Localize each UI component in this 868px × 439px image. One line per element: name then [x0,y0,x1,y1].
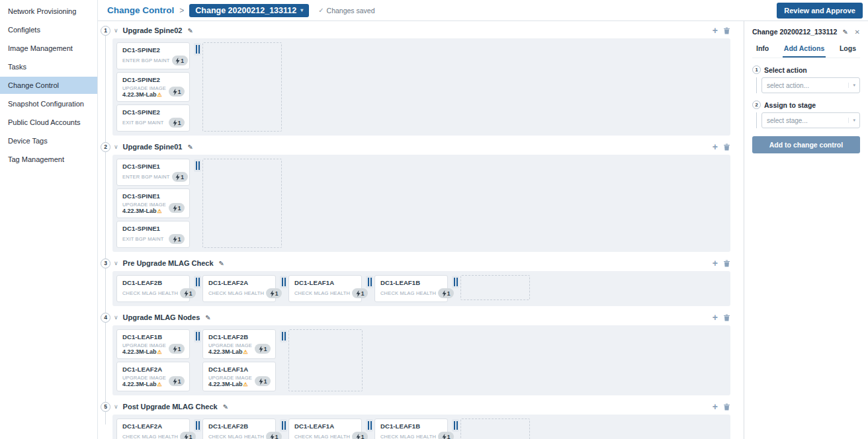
sidebar-item-snapshot-configuration[interactable]: Snapshot Configuration [0,95,97,112]
sidebar-item-tasks[interactable]: Tasks [0,58,97,75]
drop-zone[interactable] [288,329,363,391]
action-type-label: CHECK MLAG HEALTH [208,434,264,439]
task-count: 1 [189,434,193,439]
step-label: Select action [764,66,807,74]
drag-handle[interactable] [280,330,287,342]
delete-stage-icon[interactable] [723,403,730,411]
action-card[interactable]: DC1-SPINE1ENTER BGP MAINT1 [116,159,190,186]
sidebar-item-change-control[interactable]: Change Control [0,77,97,94]
sidebar-item-image-management[interactable]: Image Management [0,40,97,57]
delete-stage-icon[interactable] [723,143,730,151]
action-card[interactable]: DC1-SPINE2ENTER BGP MAINT1 [116,42,190,69]
stage-header: 5∨Post Upgrade MLAG Check✎+ [98,401,730,413]
collapse-chevron-icon[interactable]: ∨ [114,403,118,410]
collapse-chevron-icon[interactable]: ∨ [114,260,118,266]
sidebar-item-tag-management[interactable]: Tag Management [0,151,97,168]
card-detail-text: UPGRADE IMAGE4.22.3M-Lab⚠ [122,342,166,355]
task-count: 1 [264,346,267,352]
tab-add-actions[interactable]: Add Actions [783,42,826,58]
delete-stage-icon[interactable] [723,313,730,321]
edit-stage-icon[interactable]: ✎ [223,403,228,411]
collapse-chevron-icon[interactable]: ∨ [114,27,118,34]
action-card[interactable]: DC1-LEAF2BUPGRADE IMAGE4.22.3M-Lab⚠1 [202,329,276,359]
action-card[interactable]: DC1-SPINE1EXIT BGP MAINT1 [116,221,190,248]
drag-handle[interactable] [194,419,201,432]
edit-stage-icon[interactable]: ✎ [187,143,193,151]
action-card[interactable]: DC1-LEAF2BCHECK MLAG HEALTH1 [202,419,276,439]
add-stage-icon[interactable]: + [713,402,718,411]
action-card[interactable]: DC1-LEAF1BCHECK MLAG HEALTH1 [374,419,448,439]
select-action-dropdown[interactable]: select action... ▾ [761,77,860,93]
add-stage-icon[interactable]: + [713,259,718,268]
drag-handle[interactable] [194,276,201,288]
action-card[interactable]: DC1-LEAF1AUPGRADE IMAGE4.22.3M-Lab⚠1 [202,362,276,391]
tab-info[interactable]: Info [755,42,770,58]
delete-stage-icon[interactable] [723,26,730,34]
action-card[interactable]: DC1-SPINE2EXIT BGP MAINT1 [116,104,190,132]
card-detail-text: CHECK MLAG HEALTH [294,434,350,439]
drop-zone[interactable] [460,419,530,439]
drag-handle[interactable] [280,419,287,432]
action-card[interactable]: DC1-LEAF2AUPGRADE IMAGE4.22.3M-Lab⚠1 [116,362,190,391]
tab-logs[interactable]: Logs [838,42,857,58]
action-card[interactable]: DC1-SPINE2UPGRADE IMAGE4.22.3M-Lab⚠1 [116,72,190,102]
add-stage-icon[interactable]: + [713,313,718,322]
sidebar-item-public-cloud-accounts[interactable]: Public Cloud Accounts [0,114,97,131]
edit-stage-icon[interactable]: ✎ [219,260,224,267]
edit-stage-icon[interactable]: ✎ [187,27,193,34]
add-to-change-control-button[interactable]: Add to change control [752,136,860,153]
add-stage-icon[interactable]: + [713,142,718,151]
collapse-chevron-icon[interactable]: ∨ [114,143,118,150]
breadcrumb-change-control[interactable]: Change Control [107,5,174,15]
action-card[interactable]: DC1-LEAF1BUPGRADE IMAGE4.22.3M-Lab⚠1 [116,329,190,359]
add-stage-icon[interactable]: + [713,26,718,35]
action-card[interactable]: DC1-SPINE1UPGRADE IMAGE4.22.3M-Lab⚠1 [116,188,190,218]
drag-handle[interactable] [452,276,459,288]
step-header: 1 Select action [752,65,860,74]
stage-drop-area: DC1-LEAF2ACHECK MLAG HEALTH1DC1-LEAF2BCH… [112,415,730,439]
select-stage-dropdown[interactable]: select stage... ▾ [761,112,860,128]
drag-handle[interactable] [366,419,373,432]
device-name: DC1-LEAF1B [122,333,185,340]
action-card[interactable]: DC1-LEAF1ACHECK MLAG HEALTH1 [288,275,362,302]
drag-handle[interactable] [366,276,373,288]
stage-title: Pre Upgrade MLAG Check [123,259,214,267]
drag-handle[interactable] [452,419,459,432]
drag-handle[interactable] [280,276,287,288]
edit-stage-icon[interactable]: ✎ [205,314,210,321]
drop-zone[interactable] [460,275,530,300]
stage-number-badge: 4 [101,313,110,323]
drag-handle[interactable] [194,330,201,342]
edit-change-name-icon[interactable]: ✎ [842,28,847,36]
stage-tools: + [713,259,730,268]
card-detail-text: CHECK MLAG HEALTH [208,434,264,439]
lightning-icon [175,174,180,180]
sidebar-item-device-tags[interactable]: Device Tags [0,132,97,149]
action-card[interactable]: DC1-LEAF2ACHECK MLAG HEALTH1 [116,419,190,439]
drag-handle[interactable] [194,43,201,56]
action-card[interactable]: DC1-LEAF2ACHECK MLAG HEALTH1 [202,275,276,302]
delete-stage-icon[interactable] [723,259,730,267]
sidebar-item-configlets[interactable]: Configlets [0,21,97,38]
device-name: DC1-LEAF1A [294,279,357,286]
stage-header: 4∨Upgrade MLAG Nodes✎+ [98,311,730,323]
card-group: DC1-SPINE2ENTER BGP MAINT1DC1-SPINE2UPGR… [116,42,190,132]
review-and-approve-button[interactable]: Review and Approve [777,3,863,19]
content-area: 1∨Upgrade Spine02✎+DC1-SPINE2ENTER BGP M… [98,21,868,439]
card-detail-row: UPGRADE IMAGE4.22.3M-Lab⚠1 [208,342,271,355]
image-version-text: 4.22.3M-Lab [122,348,157,355]
device-name: DC1-SPINE2 [122,76,185,83]
close-panel-icon[interactable]: ✕ [855,28,860,36]
drop-zone[interactable] [202,42,282,132]
collapse-chevron-icon[interactable]: ∨ [114,314,118,321]
drop-zone[interactable] [202,159,282,248]
action-card[interactable]: DC1-LEAF2BCHECK MLAG HEALTH1 [116,275,190,302]
stage-title: Upgrade Spine02 [123,26,183,34]
action-card[interactable]: DC1-LEAF1ACHECK MLAG HEALTH1 [288,419,362,439]
sidebar-item-network-provisioning[interactable]: Network Provisioning [0,3,97,20]
select-stage-placeholder: select stage... [767,117,848,124]
drag-handle[interactable] [194,159,201,172]
image-version: 4.22.3M-Lab⚠ [122,348,166,355]
change-name-dropdown[interactable]: Change 20200212_133112 ▾ [189,4,309,17]
action-card[interactable]: DC1-LEAF1BCHECK MLAG HEALTH1 [374,275,448,302]
